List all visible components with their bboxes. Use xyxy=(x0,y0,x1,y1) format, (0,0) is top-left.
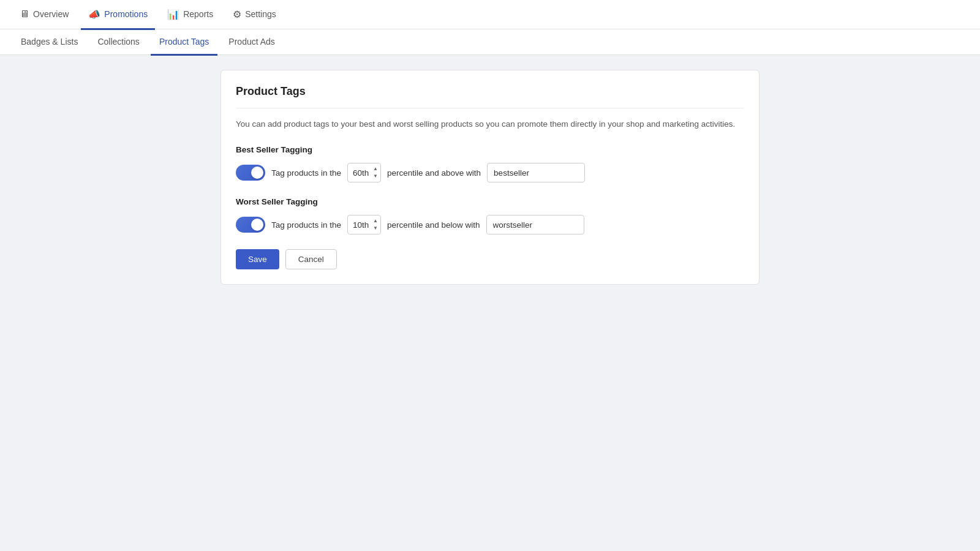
best-seller-row: Tag products in the 10th 20th 30th 40th … xyxy=(236,163,744,182)
nav-promotions[interactable]: 📣 Promotions xyxy=(81,1,155,30)
top-nav: 🖥 Overview 📣 Promotions 📊 Reports ⚙ Sett… xyxy=(0,0,980,29)
worst-seller-row: Tag products in the 10th 20th 30th 40th … xyxy=(236,215,744,234)
best-seller-tag-input[interactable] xyxy=(487,163,585,182)
worst-seller-toggle[interactable] xyxy=(236,217,265,233)
subnav-badges-lists-label: Badges & Lists xyxy=(21,37,78,47)
nav-reports-label: Reports xyxy=(183,9,213,19)
worst-seller-percentile-spinner[interactable]: 10th 20th 30th 40th 50th 60th 70th 80th … xyxy=(347,215,381,234)
worst-seller-suffix-text: percentile and below with xyxy=(387,220,480,230)
cancel-button[interactable]: Cancel xyxy=(285,249,337,269)
worst-seller-percentile-select[interactable]: 10th 20th 30th 40th 50th 60th 70th 80th … xyxy=(353,220,371,230)
nav-overview[interactable]: 🖥 Overview xyxy=(12,1,76,30)
worst-seller-section: Worst Seller Tagging Tag products in the… xyxy=(236,197,744,234)
subnav-product-tags[interactable]: Product Tags xyxy=(151,30,217,56)
worst-seller-spinner-arrows[interactable]: ▲ ▼ xyxy=(373,217,378,232)
nav-promotions-label: Promotions xyxy=(104,9,148,19)
best-seller-toggle-knob xyxy=(251,167,263,179)
nav-reports[interactable]: 📊 Reports xyxy=(160,1,221,30)
worst-seller-increment[interactable]: ▲ xyxy=(373,217,378,225)
best-seller-section: Best Seller Tagging Tag products in the … xyxy=(236,145,744,182)
card-description: You can add product tags to your best an… xyxy=(236,118,744,130)
worst-seller-tag-input[interactable] xyxy=(486,215,584,234)
best-seller-percentile-spinner[interactable]: 10th 20th 30th 40th 50th 60th 70th 80th … xyxy=(347,163,381,182)
nav-settings-label: Settings xyxy=(245,9,276,19)
settings-icon: ⚙ xyxy=(233,9,241,20)
promotions-icon: 📣 xyxy=(88,9,100,20)
best-seller-prefix-text: Tag products in the xyxy=(271,168,341,178)
sub-nav: Badges & Lists Collections Product Tags … xyxy=(0,29,980,55)
worst-seller-toggle-slider xyxy=(236,217,265,233)
worst-seller-label: Worst Seller Tagging xyxy=(236,197,744,206)
overview-icon: 🖥 xyxy=(20,9,29,20)
reports-icon: 📊 xyxy=(167,9,179,20)
best-seller-increment[interactable]: ▲ xyxy=(373,165,378,173)
nav-overview-label: Overview xyxy=(33,9,69,19)
main-content: Product Tags You can add product tags to… xyxy=(0,55,980,299)
best-seller-label: Best Seller Tagging xyxy=(236,145,744,154)
product-tags-card: Product Tags You can add product tags to… xyxy=(221,70,760,285)
best-seller-suffix-text: percentile and above with xyxy=(387,168,481,178)
nav-settings[interactable]: ⚙ Settings xyxy=(225,1,284,30)
subnav-product-tags-label: Product Tags xyxy=(159,37,209,47)
best-seller-toggle-slider xyxy=(236,165,265,181)
best-seller-percentile-select[interactable]: 10th 20th 30th 40th 50th 60th 70th 80th … xyxy=(353,168,371,178)
card-actions: Save Cancel xyxy=(236,249,744,269)
card-title: Product Tags xyxy=(236,85,744,108)
subnav-collections-label: Collections xyxy=(97,37,139,47)
worst-seller-prefix-text: Tag products in the xyxy=(271,220,341,230)
subnav-product-ads-label: Product Ads xyxy=(228,37,275,47)
best-seller-toggle[interactable] xyxy=(236,165,265,181)
worst-seller-toggle-knob xyxy=(251,219,263,231)
best-seller-spinner-arrows[interactable]: ▲ ▼ xyxy=(373,165,378,180)
subnav-product-ads[interactable]: Product Ads xyxy=(220,30,284,56)
subnav-badges-lists[interactable]: Badges & Lists xyxy=(12,30,86,56)
save-button[interactable]: Save xyxy=(236,249,279,269)
best-seller-decrement[interactable]: ▼ xyxy=(373,173,378,180)
worst-seller-decrement[interactable]: ▼ xyxy=(373,225,378,232)
subnav-collections[interactable]: Collections xyxy=(89,30,148,56)
